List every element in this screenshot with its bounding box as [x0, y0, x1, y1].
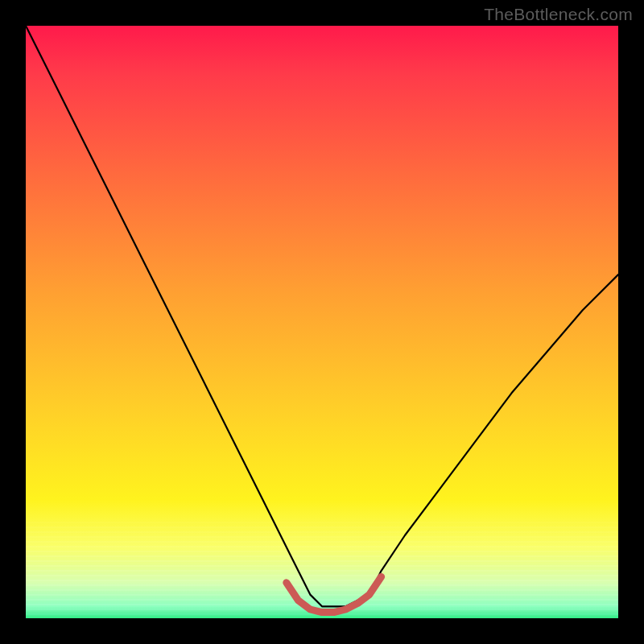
- chart-frame: TheBottleneck.com: [0, 0, 644, 644]
- plot-area: [26, 26, 618, 618]
- watermark-text: TheBottleneck.com: [484, 5, 633, 24]
- bottleneck-curve: [26, 26, 618, 606]
- curve-svg: [26, 26, 618, 618]
